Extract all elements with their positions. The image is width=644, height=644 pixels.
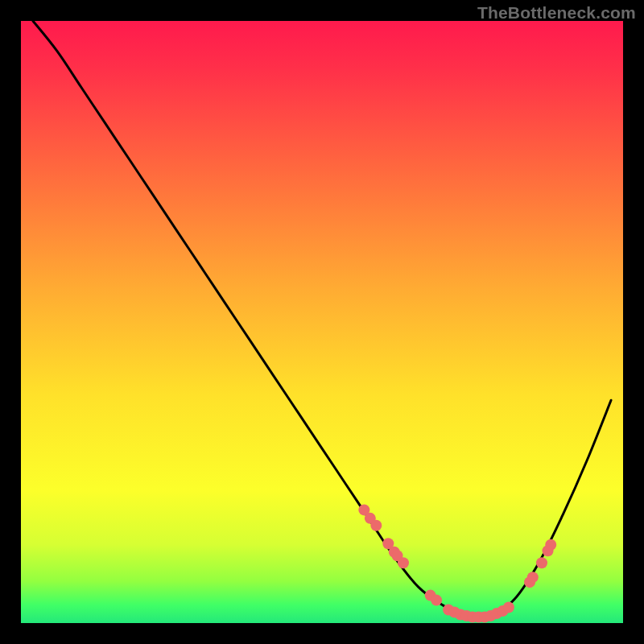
data-point [398, 557, 409, 568]
data-point [431, 595, 442, 606]
chart-frame: TheBottleneck.com [0, 0, 644, 644]
data-point [545, 539, 556, 551]
watermark-text: TheBottleneck.com [477, 3, 636, 23]
chart-svg [21, 21, 623, 623]
data-point [370, 520, 382, 531]
data-point [536, 557, 547, 568]
data-points [358, 504, 556, 622]
bottleneck-curve [33, 21, 611, 619]
plot-area [21, 21, 623, 623]
data-point [503, 602, 514, 613]
data-point [527, 572, 539, 583]
